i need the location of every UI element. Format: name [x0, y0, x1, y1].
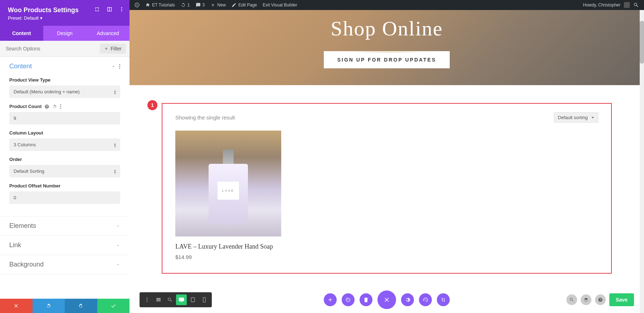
delete-button[interactable] [360, 293, 372, 306]
section-link-header[interactable]: Link [0, 236, 130, 255]
zoom-button[interactable] [165, 294, 175, 305]
redo-button[interactable] [65, 299, 97, 313]
wp-logo[interactable] [135, 3, 140, 8]
exit-vb-link[interactable]: Exit Visual Builder [263, 3, 297, 8]
exit-vb-label: Exit Visual Builder [263, 3, 297, 8]
order-select[interactable]: Default Sorting ▴▾ [9, 165, 120, 177]
desktop-view-button[interactable] [176, 294, 187, 305]
section-elements-header[interactable]: Elements [0, 216, 130, 235]
preset-selector[interactable]: Preset: Default ▾ [8, 15, 122, 21]
expand-icon[interactable] [94, 6, 100, 12]
edit-page-link[interactable]: Edit Page [231, 3, 257, 8]
chevron-up-icon [111, 64, 116, 69]
product-brand: LAVE [218, 182, 239, 200]
sorting-select[interactable]: Default sorting [554, 112, 598, 123]
help-button[interactable] [595, 294, 606, 305]
mobile-view-button[interactable] [199, 294, 210, 305]
edit-page-label: Edit Page [238, 3, 257, 8]
wp-admin-bar: ET Tutorials 1 3 New Edit Page Exit Visu… [130, 0, 644, 10]
updates-count: 1 [187, 3, 190, 8]
help-icon[interactable] [44, 104, 49, 109]
tab-content[interactable]: Content [0, 26, 43, 41]
section-elements-title: Elements [9, 222, 36, 230]
view-controls [140, 292, 212, 307]
product-count-label: Product Count [9, 104, 42, 109]
sort-button[interactable] [437, 293, 450, 306]
site-link[interactable]: ET Tutorials [145, 3, 175, 8]
select-arrows-icon: ▴▾ [114, 169, 116, 174]
svg-point-1 [121, 9, 122, 10]
hero-section: Shop Online SIGN UP FOR DROP UPDATES [130, 10, 644, 85]
close-button[interactable] [377, 290, 396, 309]
search-icon[interactable] [633, 2, 639, 8]
scroll-thumb[interactable] [640, 21, 644, 64]
howdy-text[interactable]: Howdy, Christopher [583, 3, 620, 8]
scrollbar[interactable] [640, 10, 644, 313]
product-offset-input[interactable] [9, 191, 120, 204]
column-layout-label: Column Layout [9, 130, 120, 136]
hero-cta-button[interactable]: SIGN UP FOR DROP UPDATES [324, 51, 450, 68]
search-button[interactable] [566, 294, 577, 305]
power-button[interactable] [342, 293, 355, 306]
section-content-title: Content [9, 63, 32, 70]
section-content-header[interactable]: Content [0, 57, 130, 76]
column-layout-select[interactable]: 3 Columns ▴▾ [9, 138, 120, 151]
product-view-type-select[interactable]: Default (Menu ordering + name) ▴▾ [9, 85, 120, 98]
order-value: Default Sorting [14, 168, 44, 174]
tab-design[interactable]: Design [43, 26, 87, 41]
product-view-type-value: Default (Menu ordering + name) [14, 89, 80, 94]
chevron-down-icon [116, 263, 120, 267]
avatar[interactable] [624, 2, 630, 8]
svg-rect-8 [203, 297, 206, 302]
section-link-title: Link [9, 241, 21, 249]
save-button[interactable]: Save [609, 293, 634, 306]
comments-link[interactable]: 3 [196, 3, 205, 8]
result-count-text: Showing the single result [175, 114, 235, 121]
reset-icon[interactable] [52, 104, 57, 109]
filter-button[interactable]: Filter [100, 44, 126, 54]
product-count-input[interactable] [9, 112, 120, 124]
product-card[interactable]: LAVE LAVE – Luxury Lavender Hand Soap $1… [175, 131, 281, 260]
more-button[interactable] [142, 294, 152, 305]
svg-point-5 [147, 299, 148, 300]
more-icon[interactable] [119, 64, 120, 69]
section-background-header[interactable]: Background [0, 255, 130, 274]
updates-link[interactable]: 1 [181, 3, 190, 8]
layers-button[interactable] [581, 294, 591, 305]
new-label: New [217, 3, 226, 8]
panel-icon[interactable] [107, 6, 112, 12]
tab-advanced[interactable]: Advanced [86, 26, 130, 41]
more-icon[interactable] [119, 6, 125, 12]
svg-point-3 [135, 3, 139, 7]
hero-title: Shop Online [331, 16, 443, 40]
woo-products-module[interactable]: Showing the single result Default sortin… [162, 103, 612, 274]
select-arrows-icon: ▴▾ [114, 89, 116, 94]
svg-rect-7 [191, 298, 194, 302]
add-button[interactable] [324, 293, 337, 306]
section-background-title: Background [9, 261, 44, 268]
cancel-button[interactable] [0, 299, 33, 313]
filter-label: Filter [111, 46, 122, 52]
settings-header: Woo Products Settings Preset: Default ▾ [0, 0, 130, 26]
svg-point-4 [147, 298, 148, 299]
new-link[interactable]: New [210, 3, 226, 8]
tablet-view-button[interactable] [187, 294, 198, 305]
plus-icon [104, 47, 108, 51]
settings-button[interactable] [401, 293, 414, 306]
chevron-down-icon [116, 243, 120, 248]
select-arrows-icon: ▴▾ [114, 142, 116, 147]
svg-point-6 [147, 301, 148, 302]
wireframe-view-button[interactable] [153, 294, 164, 305]
history-button[interactable] [419, 293, 432, 306]
module-badge: 1 [147, 100, 157, 110]
confirm-button[interactable] [97, 299, 130, 313]
product-title: LAVE – Luxury Lavender Hand Soap [175, 243, 281, 250]
chevron-down-icon: ▾ [40, 15, 43, 21]
more-icon[interactable] [60, 104, 61, 109]
undo-button[interactable] [33, 299, 65, 313]
preset-label: Preset: Default [8, 15, 39, 21]
comments-count: 3 [203, 3, 205, 8]
search-options-input[interactable] [4, 44, 100, 54]
product-price: $14.99 [175, 254, 281, 260]
site-name: ET Tutorials [152, 3, 175, 8]
